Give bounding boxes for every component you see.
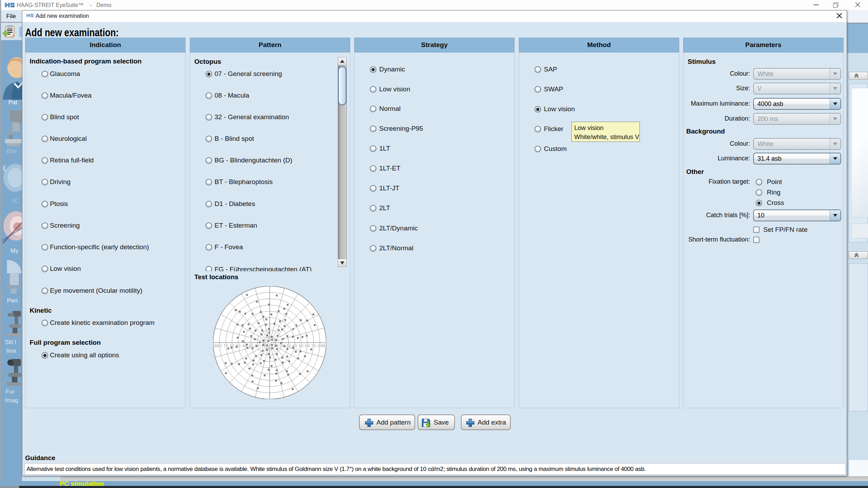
svg-text:70: 70: [312, 344, 316, 348]
svg-text:30: 30: [286, 344, 291, 348]
svg-text:70: 70: [224, 344, 228, 348]
svg-text:90: 90: [214, 344, 219, 348]
svg-text:50: 50: [299, 344, 304, 348]
svg-text:30: 30: [249, 344, 253, 348]
svg-text:60: 60: [305, 344, 310, 348]
svg-text:90: 90: [321, 344, 326, 348]
